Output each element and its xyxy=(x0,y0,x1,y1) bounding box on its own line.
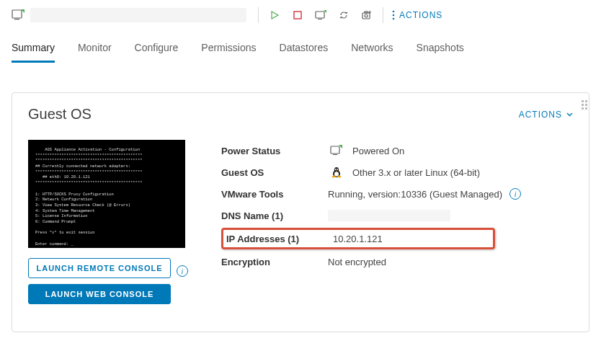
drag-handle-icon[interactable] xyxy=(582,100,592,110)
stop-icon[interactable] xyxy=(290,8,305,22)
tab-configure[interactable]: Configure xyxy=(135,37,179,63)
tab-permissions[interactable]: Permissions xyxy=(201,37,256,63)
toolbar: ACTIONS xyxy=(258,7,442,23)
guest-os-panel: Guest OS ACTIONS AGS Appliance Activatio… xyxy=(12,92,589,332)
label-guest-os: Guest OS xyxy=(221,167,328,178)
svg-marker-3 xyxy=(272,12,278,19)
snapshot-icon[interactable] xyxy=(360,8,374,22)
label-power-status: Power Status xyxy=(221,146,328,156)
row-power-status: Power Status Powered On xyxy=(221,140,573,161)
row-encryption: Encryption Not encrypted xyxy=(221,251,573,272)
console-icon[interactable] xyxy=(313,8,328,22)
linux-icon xyxy=(328,166,345,179)
svg-rect-9 xyxy=(365,12,368,13)
row-guest-os: Guest OS Other 3.x or later Linux (64-bi… xyxy=(221,161,573,183)
panel-body: AGS Appliance Activation - Configuration… xyxy=(28,140,573,310)
value-encryption: Not encrypted xyxy=(328,257,386,267)
svg-rect-6 xyxy=(318,19,322,19)
launch-remote-console-button[interactable]: LAUNCH REMOTE CONSOLE xyxy=(28,258,171,278)
label-vmware-tools: VMware Tools xyxy=(221,189,328,200)
info-icon[interactable]: i xyxy=(509,188,521,200)
vm-on-icon xyxy=(328,145,345,156)
label-ip-addresses: IP Addresses (1) xyxy=(226,234,333,244)
svg-rect-4 xyxy=(294,12,301,19)
svg-rect-8 xyxy=(362,13,370,19)
tab-networks[interactable]: Networks xyxy=(351,37,393,63)
play-icon[interactable] xyxy=(267,8,282,22)
value-dns-name-redacted xyxy=(328,210,450,221)
migrate-icon[interactable] xyxy=(337,8,351,22)
left-column: AGS Appliance Activation - Configuration… xyxy=(28,140,192,310)
panel-actions-menu[interactable]: ACTIONS xyxy=(519,110,573,120)
svg-point-12 xyxy=(393,14,395,16)
row-dns-name: DNS Name (1) xyxy=(221,205,573,226)
tab-monitor[interactable]: Monitor xyxy=(78,37,112,63)
divider xyxy=(383,7,383,23)
svg-point-19 xyxy=(334,172,339,176)
row-ip-addresses: IP Addresses (1) 10.20.1.121 xyxy=(221,228,495,249)
info-icon[interactable]: i xyxy=(177,265,188,277)
panel-header: Guest OS ACTIONS xyxy=(28,106,573,123)
label-encryption: Encryption xyxy=(221,257,328,267)
svg-rect-15 xyxy=(333,154,337,155)
svg-point-20 xyxy=(335,169,337,170)
tab-summary[interactable]: Summary xyxy=(12,37,55,63)
svg-rect-0 xyxy=(12,10,22,18)
tab-bar: Summary Monitor Configure Permissions Da… xyxy=(0,30,601,63)
label-dns-name: DNS Name (1) xyxy=(221,210,328,221)
svg-rect-1 xyxy=(14,19,19,19)
panel-title: Guest OS xyxy=(28,106,92,123)
value-power-status: Powered On xyxy=(352,146,404,156)
value-guest-os: Other 3.x or later Linux (64-bit) xyxy=(352,167,480,178)
divider xyxy=(258,7,259,23)
row-vmware-tools: VMware Tools Running, version:10336 (Gue… xyxy=(221,183,573,205)
tab-snapshots[interactable]: Snapshots xyxy=(417,37,464,63)
console-thumbnail[interactable]: AGS Appliance Activation - Configuration… xyxy=(28,140,185,248)
header-actions-label: ACTIONS xyxy=(399,10,442,20)
svg-rect-5 xyxy=(316,12,324,18)
svg-point-13 xyxy=(393,17,395,19)
vm-name-redacted xyxy=(30,8,246,22)
svg-rect-14 xyxy=(331,146,339,154)
launch-web-console-button[interactable]: LAUNCH WEB CONSOLE xyxy=(28,284,171,304)
tab-datastores[interactable]: Datastores xyxy=(280,37,329,63)
vm-icon xyxy=(12,9,25,22)
header-actions-menu[interactable]: ACTIONS xyxy=(392,10,442,20)
svg-point-21 xyxy=(337,169,339,170)
value-vmware-tools: Running, version:10336 (Guest Managed) xyxy=(328,189,502,200)
page-header: ACTIONS xyxy=(0,0,601,30)
svg-point-11 xyxy=(393,10,395,12)
svg-point-10 xyxy=(365,14,368,17)
value-ip-addresses: 10.20.1.121 xyxy=(333,234,383,244)
info-table: Power Status Powered On Guest OS Other 3… xyxy=(221,140,573,310)
panel-actions-label: ACTIONS xyxy=(519,110,562,120)
